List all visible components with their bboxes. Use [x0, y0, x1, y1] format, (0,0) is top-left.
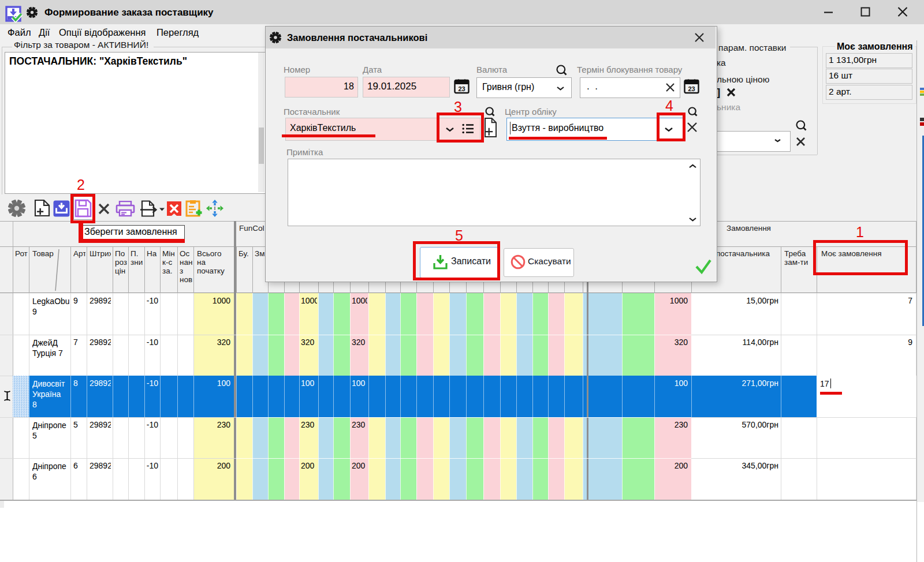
svg-text:23: 23 — [458, 85, 465, 92]
svg-text:23: 23 — [688, 85, 695, 92]
